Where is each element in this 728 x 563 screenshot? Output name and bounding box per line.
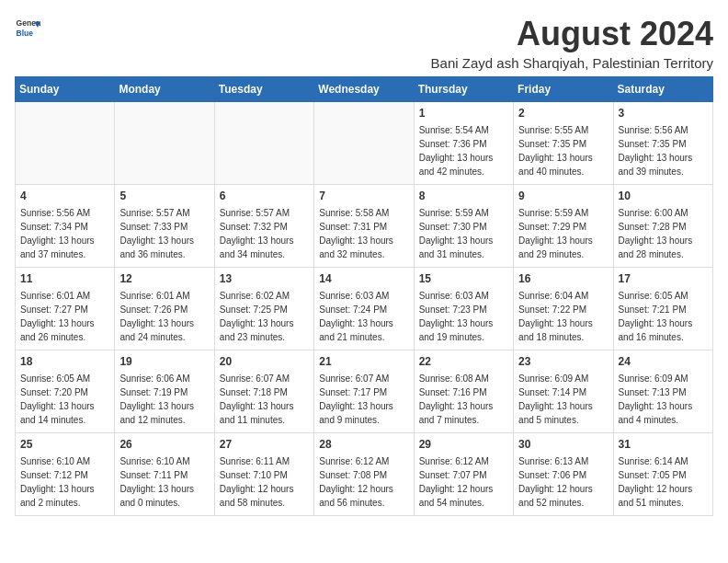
day-info: Sunrise: 6:05 AMSunset: 7:21 PMDaylight:… bbox=[619, 289, 708, 344]
day-number: 22 bbox=[419, 354, 508, 370]
title-section: August 2024 Bani Zayd ash Sharqiyah, Pal… bbox=[431, 15, 713, 71]
week-row-5: 25Sunrise: 6:10 AMSunset: 7:12 PMDayligh… bbox=[16, 433, 713, 516]
day-info: Sunrise: 5:57 AMSunset: 7:32 PMDaylight:… bbox=[220, 206, 309, 261]
day-info: Sunrise: 5:56 AMSunset: 7:35 PMDaylight:… bbox=[619, 123, 708, 178]
day-info: Sunrise: 5:59 AMSunset: 7:29 PMDaylight:… bbox=[518, 206, 608, 261]
day-info: Sunrise: 6:00 AMSunset: 7:28 PMDaylight:… bbox=[619, 206, 708, 261]
day-info: Sunrise: 6:09 AMSunset: 7:14 PMDaylight:… bbox=[518, 372, 608, 427]
day-number: 23 bbox=[518, 354, 608, 370]
main-title: August 2024 bbox=[431, 15, 713, 53]
day-info: Sunrise: 5:56 AMSunset: 7:34 PMDaylight:… bbox=[20, 206, 109, 261]
day-number: 20 bbox=[220, 354, 309, 370]
calendar-cell: 6Sunrise: 5:57 AMSunset: 7:32 PMDaylight… bbox=[214, 185, 313, 268]
week-row-1: 1Sunrise: 5:54 AMSunset: 7:36 PMDaylight… bbox=[16, 102, 713, 185]
day-number: 30 bbox=[518, 437, 608, 453]
day-info: Sunrise: 6:05 AMSunset: 7:20 PMDaylight:… bbox=[20, 372, 109, 427]
day-number: 27 bbox=[220, 437, 309, 453]
calendar-cell: 28Sunrise: 6:12 AMSunset: 7:08 PMDayligh… bbox=[314, 433, 414, 516]
calendar-cell bbox=[16, 102, 115, 185]
day-info: Sunrise: 6:09 AMSunset: 7:13 PMDaylight:… bbox=[619, 372, 708, 427]
weekday-header-tuesday: Tuesday bbox=[214, 77, 313, 102]
day-info: Sunrise: 5:55 AMSunset: 7:35 PMDaylight:… bbox=[518, 123, 608, 178]
calendar-cell: 19Sunrise: 6:06 AMSunset: 7:19 PMDayligh… bbox=[115, 350, 214, 433]
calendar-cell: 2Sunrise: 5:55 AMSunset: 7:35 PMDaylight… bbox=[514, 102, 613, 185]
calendar-cell bbox=[314, 102, 414, 185]
day-number: 5 bbox=[119, 189, 209, 204]
day-info: Sunrise: 6:12 AMSunset: 7:08 PMDaylight:… bbox=[319, 454, 408, 510]
day-number: 11 bbox=[20, 271, 109, 287]
day-info: Sunrise: 6:03 AMSunset: 7:23 PMDaylight:… bbox=[419, 289, 508, 344]
day-info: Sunrise: 6:12 AMSunset: 7:07 PMDaylight:… bbox=[419, 454, 508, 510]
calendar-cell: 30Sunrise: 6:13 AMSunset: 7:06 PMDayligh… bbox=[514, 433, 613, 516]
calendar-cell: 7Sunrise: 5:58 AMSunset: 7:31 PMDaylight… bbox=[314, 185, 414, 268]
day-info: Sunrise: 6:01 AMSunset: 7:27 PMDaylight:… bbox=[20, 289, 109, 344]
day-info: Sunrise: 6:04 AMSunset: 7:22 PMDaylight:… bbox=[518, 289, 608, 344]
calendar-cell: 26Sunrise: 6:10 AMSunset: 7:11 PMDayligh… bbox=[115, 433, 214, 516]
day-number: 21 bbox=[319, 354, 408, 370]
calendar-cell: 9Sunrise: 5:59 AMSunset: 7:29 PMDaylight… bbox=[514, 185, 613, 268]
calendar-cell: 21Sunrise: 6:07 AMSunset: 7:17 PMDayligh… bbox=[314, 350, 414, 433]
day-number: 14 bbox=[319, 271, 408, 287]
day-info: Sunrise: 6:08 AMSunset: 7:16 PMDaylight:… bbox=[419, 372, 508, 427]
day-number: 31 bbox=[619, 437, 708, 453]
day-info: Sunrise: 6:10 AMSunset: 7:12 PMDaylight:… bbox=[20, 454, 109, 510]
weekday-header-friday: Friday bbox=[514, 77, 613, 102]
day-number: 15 bbox=[419, 271, 508, 287]
day-number: 24 bbox=[619, 354, 708, 370]
weekday-header-sunday: Sunday bbox=[16, 77, 115, 102]
calendar-cell: 23Sunrise: 6:09 AMSunset: 7:14 PMDayligh… bbox=[514, 350, 613, 433]
day-number: 3 bbox=[619, 106, 708, 121]
calendar-cell bbox=[214, 102, 313, 185]
logo-icon: General Blue bbox=[15, 15, 40, 40]
calendar-cell: 17Sunrise: 6:05 AMSunset: 7:21 PMDayligh… bbox=[613, 268, 712, 350]
calendar: SundayMondayTuesdayWednesdayThursdayFrid… bbox=[15, 76, 713, 516]
day-info: Sunrise: 6:13 AMSunset: 7:06 PMDaylight:… bbox=[518, 454, 608, 510]
day-info: Sunrise: 5:57 AMSunset: 7:33 PMDaylight:… bbox=[119, 206, 209, 261]
week-row-2: 4Sunrise: 5:56 AMSunset: 7:34 PMDaylight… bbox=[16, 185, 713, 268]
day-info: Sunrise: 6:03 AMSunset: 7:24 PMDaylight:… bbox=[319, 289, 408, 344]
day-info: Sunrise: 5:54 AMSunset: 7:36 PMDaylight:… bbox=[419, 123, 508, 178]
day-number: 28 bbox=[319, 437, 408, 453]
week-row-3: 11Sunrise: 6:01 AMSunset: 7:27 PMDayligh… bbox=[16, 268, 713, 350]
calendar-cell: 24Sunrise: 6:09 AMSunset: 7:13 PMDayligh… bbox=[613, 350, 712, 433]
day-info: Sunrise: 6:14 AMSunset: 7:05 PMDaylight:… bbox=[619, 454, 708, 510]
calendar-cell bbox=[115, 102, 214, 185]
day-info: Sunrise: 5:58 AMSunset: 7:31 PMDaylight:… bbox=[319, 206, 408, 261]
weekday-header-row: SundayMondayTuesdayWednesdayThursdayFrid… bbox=[16, 77, 713, 102]
calendar-cell: 10Sunrise: 6:00 AMSunset: 7:28 PMDayligh… bbox=[613, 185, 712, 268]
day-info: Sunrise: 6:11 AMSunset: 7:10 PMDaylight:… bbox=[220, 454, 309, 510]
weekday-header-monday: Monday bbox=[115, 77, 214, 102]
day-number: 26 bbox=[119, 437, 209, 453]
calendar-cell: 25Sunrise: 6:10 AMSunset: 7:12 PMDayligh… bbox=[16, 433, 115, 516]
day-info: Sunrise: 5:59 AMSunset: 7:30 PMDaylight:… bbox=[419, 206, 508, 261]
day-number: 10 bbox=[619, 189, 708, 204]
day-info: Sunrise: 6:07 AMSunset: 7:18 PMDaylight:… bbox=[220, 372, 309, 427]
day-info: Sunrise: 6:10 AMSunset: 7:11 PMDaylight:… bbox=[119, 454, 209, 510]
logo: General Blue bbox=[15, 15, 40, 40]
calendar-cell: 13Sunrise: 6:02 AMSunset: 7:25 PMDayligh… bbox=[214, 268, 313, 350]
calendar-cell: 29Sunrise: 6:12 AMSunset: 7:07 PMDayligh… bbox=[414, 433, 513, 516]
day-number: 1 bbox=[419, 106, 508, 121]
calendar-cell: 8Sunrise: 5:59 AMSunset: 7:30 PMDaylight… bbox=[414, 185, 513, 268]
calendar-cell: 12Sunrise: 6:01 AMSunset: 7:26 PMDayligh… bbox=[115, 268, 214, 350]
day-number: 13 bbox=[220, 271, 309, 287]
svg-text:Blue: Blue bbox=[17, 29, 34, 38]
day-number: 6 bbox=[220, 189, 309, 204]
day-number: 17 bbox=[619, 271, 708, 287]
header: General Blue August 2024 Bani Zayd ash S… bbox=[15, 15, 713, 71]
day-number: 9 bbox=[518, 189, 608, 204]
calendar-cell: 5Sunrise: 5:57 AMSunset: 7:33 PMDaylight… bbox=[115, 185, 214, 268]
day-info: Sunrise: 6:07 AMSunset: 7:17 PMDaylight:… bbox=[319, 372, 408, 427]
day-number: 12 bbox=[119, 271, 209, 287]
day-number: 19 bbox=[119, 354, 209, 370]
calendar-cell: 31Sunrise: 6:14 AMSunset: 7:05 PMDayligh… bbox=[613, 433, 712, 516]
calendar-cell: 18Sunrise: 6:05 AMSunset: 7:20 PMDayligh… bbox=[16, 350, 115, 433]
day-number: 2 bbox=[518, 106, 608, 121]
day-number: 25 bbox=[20, 437, 109, 453]
weekday-header-saturday: Saturday bbox=[613, 77, 712, 102]
weekday-header-wednesday: Wednesday bbox=[314, 77, 414, 102]
calendar-cell: 4Sunrise: 5:56 AMSunset: 7:34 PMDaylight… bbox=[16, 185, 115, 268]
day-number: 8 bbox=[419, 189, 508, 204]
day-info: Sunrise: 6:02 AMSunset: 7:25 PMDaylight:… bbox=[220, 289, 309, 344]
calendar-cell: 20Sunrise: 6:07 AMSunset: 7:18 PMDayligh… bbox=[214, 350, 313, 433]
